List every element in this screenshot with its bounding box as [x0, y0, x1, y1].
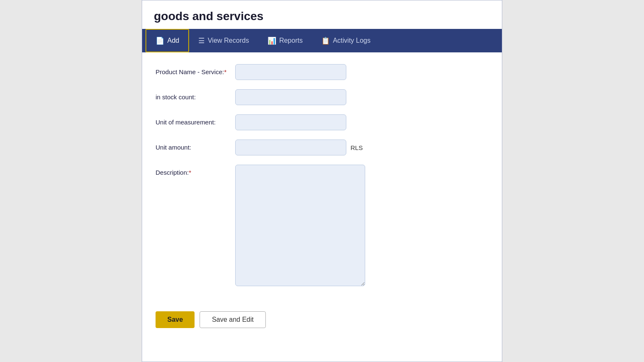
- add-icon: [156, 36, 164, 45]
- product-name-input[interactable]: [235, 64, 346, 80]
- tab-activity-logs-label: Activity Logs: [333, 37, 371, 44]
- unit-amount-row: Unit amount: RLS: [156, 140, 488, 155]
- tab-reports[interactable]: Reports: [258, 29, 312, 52]
- product-name-label: Product Name - Service:*: [156, 64, 235, 76]
- tab-view-records-label: View Records: [208, 37, 249, 44]
- tab-reports-label: Reports: [279, 37, 303, 44]
- unit-measurement-label: Unit of measurement:: [156, 114, 235, 127]
- description-textarea[interactable]: [235, 165, 365, 286]
- page-title: goods and services: [142, 0, 502, 29]
- main-container: goods and services Add View Records Repo…: [142, 0, 502, 362]
- reports-icon: [267, 36, 276, 45]
- in-stock-label: in stock count:: [156, 89, 235, 101]
- nav-bar: Add View Records Reports Activity Logs: [142, 29, 502, 52]
- unit-measurement-input[interactable]: [235, 114, 346, 130]
- unit-measurement-row: Unit of measurement:: [156, 114, 488, 130]
- in-stock-input[interactable]: [235, 89, 346, 105]
- description-label: Description:*: [156, 165, 235, 177]
- unit-amount-group: RLS: [235, 140, 363, 155]
- tab-add[interactable]: Add: [145, 29, 189, 52]
- tab-view-records[interactable]: View Records: [189, 29, 258, 52]
- description-row: Description:*: [156, 165, 488, 286]
- view-records-icon: [198, 36, 205, 45]
- footer-buttons: Save Save and Edit: [142, 304, 502, 338]
- tab-add-label: Add: [167, 37, 179, 44]
- form-section: Product Name - Service:* in stock count:…: [142, 52, 502, 304]
- in-stock-row: in stock count:: [156, 89, 488, 105]
- unit-amount-input[interactable]: [235, 140, 346, 155]
- tab-activity-logs[interactable]: Activity Logs: [312, 29, 380, 52]
- activity-logs-icon: [321, 36, 330, 45]
- product-name-row: Product Name - Service:*: [156, 64, 488, 80]
- save-button[interactable]: Save: [156, 311, 195, 328]
- unit-amount-label: Unit amount:: [156, 140, 235, 152]
- unit-currency-label: RLS: [351, 144, 363, 151]
- save-and-edit-button[interactable]: Save and Edit: [200, 311, 266, 328]
